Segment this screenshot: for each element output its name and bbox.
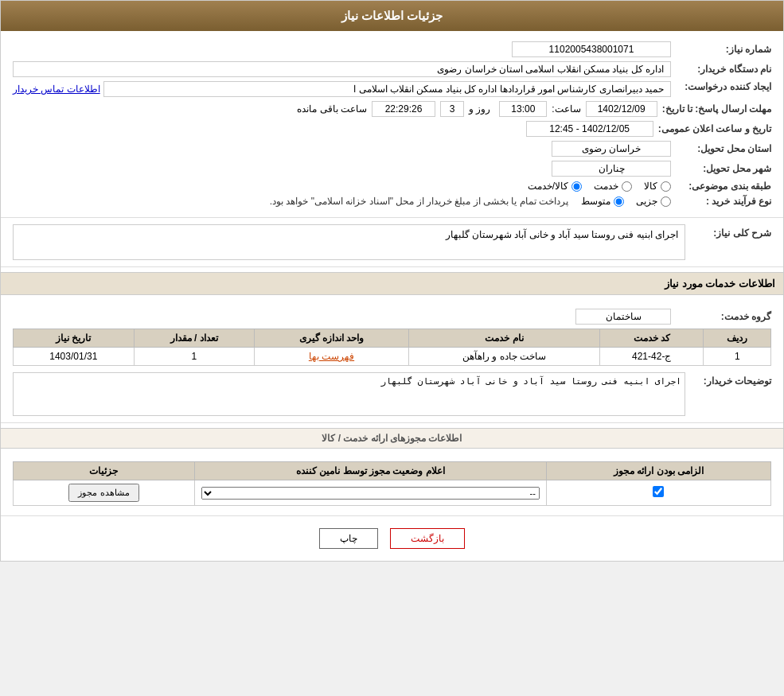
- th-joziyat: جزئیات: [14, 462, 195, 480]
- th-nam: نام خدمت: [409, 329, 600, 348]
- value-shahr: چناران: [552, 161, 671, 177]
- label-shomara-niaz: شماره نیاز:: [676, 44, 771, 55]
- radio-khedmat-label: خدمت: [594, 181, 618, 192]
- label-shahr: شهر محل تحویل:: [676, 163, 771, 174]
- farayand-description: پرداخت تمام یا بخشی از مبلغ خریدار از مح…: [270, 196, 568, 207]
- th-tarikh: تاریخ نیاز: [14, 329, 135, 348]
- radio-kala-input[interactable]: [661, 181, 671, 192]
- value-sharh-koli: اجرای ابنیه فنی روستا سید آباد و خانی آب…: [13, 224, 685, 260]
- value-nam-dastgah: اداره کل بنیاد مسکن انقلاب اسلامی استان …: [13, 61, 671, 77]
- value-saat: 13:00: [499, 101, 547, 117]
- radio-jozi-label: جزیی: [636, 196, 657, 207]
- cell-eelam-vaziat[interactable]: --: [194, 480, 546, 506]
- btn-print[interactable]: چاپ: [319, 528, 378, 549]
- checkbox-elzami[interactable]: [653, 486, 664, 497]
- label-saat-baqi: ساعت باقی مانده: [297, 103, 367, 115]
- value-shomara-niaz: 1102005438001071: [512, 41, 671, 57]
- table-row: 1 ج-42-421 ساخت جاده و راهآهن فهرست بها …: [14, 348, 771, 366]
- farayand-radio-group: جزیی متوسط: [581, 196, 671, 207]
- th-kod: کد خدمت: [599, 329, 704, 348]
- radio-khedmat[interactable]: خدمت: [594, 181, 632, 192]
- section-title-khadamat: اطلاعات خدمات مورد نیاز: [1, 272, 783, 295]
- label-saat: ساعت:: [552, 103, 580, 115]
- th-tedad: تعداد / مقدار: [134, 329, 254, 348]
- radio-khedmat-input[interactable]: [622, 181, 632, 192]
- khadamat-table: ردیف کد خدمت نام خدمت واحد اندازه گیری ت…: [13, 329, 771, 366]
- th-vahed: واحد اندازه گیری: [255, 329, 409, 348]
- cell-tedad: 1: [134, 348, 254, 366]
- page-header: جزئیات اطلاعات نیاز: [1, 1, 783, 31]
- label-tarikh-elan: تاریخ و ساعت اعلان عمومی:: [658, 123, 771, 134]
- value-rooz: 3: [440, 101, 464, 117]
- section-title-mojozha: اطلاعات مجوزهای ارائه خدمت / کالا: [1, 428, 783, 449]
- page-title: جزئیات اطلاعات نیاز: [341, 9, 443, 22]
- value-ijad-konande: حمید دبیرانصاری کارشناس امور قراردادها ا…: [103, 81, 671, 97]
- label-goroh-khedmat: گروه خدمت:: [676, 311, 771, 322]
- label-tozih-kharidaar: توضیحات خریدار:: [692, 372, 771, 387]
- radio-kala-khedmat-input[interactable]: [571, 181, 582, 192]
- btn-moshahede-mojoz[interactable]: مشاهده مجوز: [68, 484, 138, 502]
- permit-row: -- مشاهده مجوز: [14, 480, 771, 506]
- radio-jozi[interactable]: جزیی: [636, 196, 671, 207]
- btn-back[interactable]: بازگشت: [390, 528, 465, 549]
- label-nam-dastgah: نام دستگاه خریدار:: [676, 64, 771, 75]
- textarea-tozih-kharidaar[interactable]: [13, 372, 685, 416]
- radio-kala-label: کالا: [644, 181, 657, 192]
- radio-motavaset-input[interactable]: [614, 196, 624, 207]
- value-ostan: خراسان رضوی: [552, 141, 671, 157]
- cell-nam: ساخت جاده و راهآهن: [409, 348, 600, 366]
- label-rooz: روز و: [469, 103, 490, 115]
- cell-radif: 1: [704, 348, 771, 366]
- label-ijad-konande: ایجاد کننده درخواست:: [676, 81, 771, 92]
- cell-kod: ج-42-421: [599, 348, 704, 366]
- radio-motavaset[interactable]: متوسط: [581, 196, 624, 207]
- value-tarikh: 1402/12/09: [586, 101, 657, 117]
- cell-elzami-checkbox[interactable]: [546, 480, 770, 506]
- label-ostan: استان محل تحویل:: [676, 143, 771, 154]
- radio-kala-khedmat-label: کالا/خدمت: [528, 181, 568, 192]
- cell-tarikh: 1403/01/31: [14, 348, 135, 366]
- value-tarikh-elan: 1402/12/05 - 12:45: [526, 121, 653, 137]
- label-mohlat: مهلت ارسال پاسخ: تا تاریخ:: [662, 103, 771, 115]
- tabaqe-radio-group: کالا خدمت کالا/خدمت: [528, 181, 671, 192]
- value-goroh-khedmat: ساختمان: [575, 309, 671, 325]
- mojozha-table: الزامی بودن ارائه مجوز اعلام وضعیت مجوز …: [13, 461, 771, 506]
- radio-kala-khedmat[interactable]: کالا/خدمت: [528, 181, 582, 192]
- select-eelam-vaziat[interactable]: --: [201, 487, 540, 500]
- cell-vahed[interactable]: فهرست بها: [255, 348, 409, 366]
- th-elzami: الزامی بودن ارائه مجوز: [546, 462, 770, 480]
- bottom-buttons-area: بازگشت چاپ: [1, 516, 783, 561]
- label-noe-farayand: نوع فرآیند خرید :: [676, 196, 771, 207]
- cell-joziyat[interactable]: مشاهده مجوز: [14, 480, 195, 506]
- value-saat-baqi: 22:29:26: [372, 101, 435, 117]
- th-radif: ردیف: [704, 329, 771, 348]
- radio-motavaset-label: متوسط: [581, 196, 610, 207]
- label-tabaqe: طبقه بندی موضوعی:: [676, 181, 771, 192]
- link-ettelaat-tamas[interactable]: اطلاعات تماس خریدار: [13, 84, 100, 95]
- radio-kala[interactable]: کالا: [644, 181, 671, 192]
- label-sharh-koli: شرح کلی نیاز:: [692, 224, 771, 239]
- radio-jozi-input[interactable]: [661, 196, 671, 207]
- th-eelam-vaziat: اعلام وضعیت مجوز توسط نامین کننده: [194, 462, 546, 480]
